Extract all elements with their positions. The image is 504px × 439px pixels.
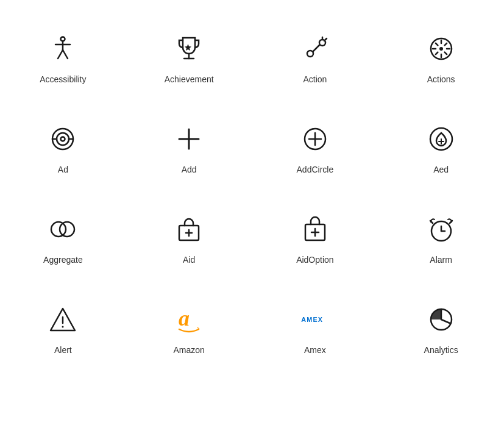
svg-line-19 xyxy=(444,43,447,46)
achievement-label: Achievement xyxy=(165,74,214,84)
svg-line-3 xyxy=(58,50,63,59)
amex-label: Amex xyxy=(304,345,326,355)
aid-label: Aid xyxy=(183,255,195,265)
icon-cell-ad[interactable]: Ad xyxy=(0,102,126,193)
alarm-icon xyxy=(423,211,460,248)
ad-label: Ad xyxy=(58,165,68,174)
amazon-label: Amazon xyxy=(173,345,204,355)
alarm-label: Alarm xyxy=(430,255,452,265)
icon-cell-accessibility[interactable]: Accessibility xyxy=(0,12,126,102)
svg-line-18 xyxy=(444,52,447,55)
aed-label: Aed xyxy=(433,165,449,174)
svg-line-20 xyxy=(436,52,438,55)
svg-line-4 xyxy=(63,50,68,59)
icon-cell-aid-option[interactable]: AidOption xyxy=(252,193,378,283)
actions-label: Actions xyxy=(427,74,455,84)
aggregate-label: Aggregate xyxy=(43,255,83,265)
actions-icon xyxy=(423,30,460,67)
icon-cell-actions[interactable]: Actions xyxy=(378,12,504,102)
alert-label: Alert xyxy=(54,345,72,355)
icon-cell-aed[interactable]: Aed xyxy=(378,102,504,193)
amex-icon: AMEX xyxy=(297,301,333,338)
icon-cell-aid[interactable]: Aid xyxy=(126,193,252,283)
aed-icon xyxy=(423,121,460,157)
analytics-label: Analytics xyxy=(424,345,458,355)
svg-point-24 xyxy=(61,137,65,141)
icon-cell-aggregate[interactable]: Aggregate xyxy=(0,193,126,283)
aid-option-label: AidOption xyxy=(296,255,333,265)
achievement-icon xyxy=(171,30,207,67)
svg-text:a: a xyxy=(179,306,190,330)
alert-icon xyxy=(44,301,81,338)
svg-point-34 xyxy=(51,222,66,237)
icon-cell-alarm[interactable]: Alarm xyxy=(378,193,504,283)
aggregate-icon xyxy=(44,211,81,248)
icon-cell-action[interactable]: Action xyxy=(252,12,378,102)
accessibility-label: Accessibility xyxy=(40,74,86,84)
svg-line-17 xyxy=(436,43,438,46)
amazon-icon: a xyxy=(171,301,207,338)
svg-line-11 xyxy=(324,38,327,41)
add-icon xyxy=(171,121,207,157)
icon-cell-add[interactable]: Add xyxy=(126,102,252,193)
svg-line-9 xyxy=(313,45,319,52)
svg-point-23 xyxy=(57,133,69,145)
icon-cell-analytics[interactable]: Analytics xyxy=(378,283,504,373)
accessibility-icon xyxy=(44,30,81,67)
svg-point-35 xyxy=(60,222,74,237)
action-label: Action xyxy=(303,74,327,84)
add-circle-label: AddCircle xyxy=(297,165,334,174)
aid-option-icon xyxy=(297,211,333,248)
ad-icon xyxy=(44,121,81,157)
icon-cell-achievement[interactable]: Achievement xyxy=(126,12,252,102)
icon-cell-amex[interactable]: AMEX Amex xyxy=(252,283,378,373)
svg-point-46 xyxy=(62,326,64,328)
action-icon xyxy=(297,30,333,67)
svg-text:AMEX: AMEX xyxy=(301,316,323,323)
icon-cell-alert[interactable]: Alert xyxy=(0,283,126,373)
aid-icon xyxy=(171,211,207,248)
analytics-icon xyxy=(423,301,460,338)
add-label: Add xyxy=(182,165,197,174)
svg-point-21 xyxy=(439,47,443,51)
icon-cell-add-circle[interactable]: AddCircle xyxy=(252,102,378,193)
icon-grid: Accessibility Achievement xyxy=(0,0,504,385)
add-circle-icon xyxy=(297,121,333,157)
icon-cell-amazon[interactable]: a Amazon xyxy=(126,283,252,373)
